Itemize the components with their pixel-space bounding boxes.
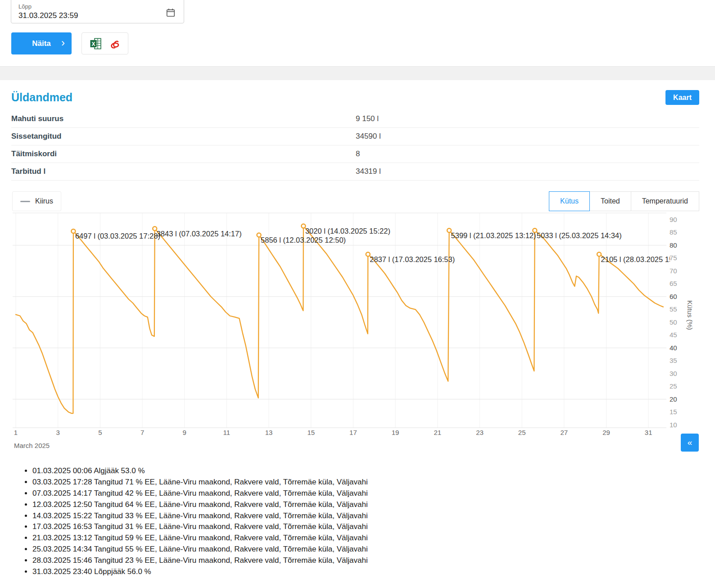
chart-tabs: KütusToitedTemperatuurid — [549, 191, 699, 211]
card-header: Üldandmed Kaart — [11, 90, 699, 105]
info-row: Täitmiskordi8 — [11, 145, 699, 163]
y-tick-label: 85 — [670, 228, 677, 236]
y-tick-label: 60 — [670, 293, 677, 300]
refill-annotation: 5033 l (25.03.2025 14:34) — [537, 231, 622, 240]
y-tick-label: 80 — [670, 241, 677, 249]
x-tick-label: 25 — [518, 429, 526, 436]
y-tick-label: 20 — [670, 395, 677, 403]
fuel-series: 6497 l (03.03.2025 17:28)3843 l (07.03.2… — [16, 224, 686, 414]
pdf-export-icon[interactable] — [109, 38, 121, 50]
y-tick-label: 10 — [670, 421, 677, 429]
fuel-chart-svg: 9085807570656055504540353025201510135791… — [11, 191, 699, 452]
legend-item-kiirus[interactable]: Kiirus — [12, 191, 61, 211]
info-value: 8 — [356, 149, 360, 158]
y-tick-label: 45 — [670, 331, 677, 339]
x-tick-label: 21 — [434, 429, 441, 436]
y-tick-label: 75 — [670, 254, 677, 262]
event-item: 01.03.2025 00:06 Algjääk 53.0 % — [32, 466, 699, 475]
kaart-button[interactable]: Kaart — [665, 90, 699, 105]
x-tick-label: 15 — [307, 429, 315, 436]
legend-line-icon — [20, 201, 30, 202]
refill-annotation: 2837 l (17.03.2025 16:53) — [370, 255, 455, 263]
y-tick-label: 30 — [670, 370, 677, 377]
refill-annotation: 5399 l (21.03.2025 13:12) — [451, 231, 536, 240]
info-label: Tarbitud l — [11, 167, 356, 176]
collapse-left-icon: « — [688, 438, 692, 448]
x-tick-label: 7 — [140, 429, 144, 436]
info-row: Tarbitud l34319 l — [11, 163, 699, 181]
x-tick-label: 23 — [476, 429, 484, 436]
event-list: 01.03.2025 00:06 Algjääk 53.0 %03.03.202… — [11, 466, 699, 576]
x-tick-label: 27 — [560, 429, 568, 436]
y-tick-label: 15 — [670, 408, 677, 416]
chevron-right-icon: › — [61, 36, 65, 49]
event-item: 07.03.2025 14:17 Tangitud 42 % EE, Lääne… — [32, 489, 699, 498]
end-date-label: Lõpp — [18, 3, 32, 10]
x-tick-label: 31 — [645, 429, 652, 436]
y-tick-label: 50 — [670, 318, 677, 326]
info-value: 34590 l — [356, 132, 381, 141]
x-tick-label: 5 — [98, 429, 102, 436]
end-date-field[interactable]: Lõpp 31.03.2025 23:59 — [11, 0, 184, 23]
legend-label: Kiirus — [35, 197, 53, 205]
event-item: 14.03.2025 15:22 Tangitud 33 % EE, Lääne… — [32, 511, 699, 520]
general-info-table: Mahuti suurus9 150 lSissetangitud34590 l… — [11, 110, 699, 181]
x-tick-label: 11 — [223, 429, 231, 436]
x-tick-label: 17 — [349, 429, 357, 436]
refill-annotation: 6497 l (03.03.2025 17:28) — [75, 232, 160, 240]
export-buttons: X — [81, 32, 128, 54]
x-tick-label: 19 — [392, 429, 399, 436]
svg-text:X: X — [91, 41, 95, 47]
event-item: 28.03.2025 15:46 Tangitud 23 % EE, Lääne… — [32, 556, 699, 565]
y-tick-label: 65 — [670, 280, 677, 287]
y-tick-label: 40 — [670, 344, 677, 352]
y-tick-label: 55 — [670, 305, 677, 313]
y-tick-label: 90 — [670, 216, 677, 223]
end-date-input[interactable]: 31.03.2025 23:59 — [18, 11, 78, 20]
refill-annotation: 3020 l (14.03.2025 15:22) — [305, 227, 390, 235]
x-tick-label: 1 — [14, 429, 18, 436]
filter-actions: Näita › X — [11, 32, 128, 54]
excel-export-icon[interactable]: X — [90, 37, 102, 50]
info-label: Sissetangitud — [11, 132, 356, 141]
info-row: Sissetangitud34590 l — [11, 128, 699, 145]
y-tick-label: 25 — [670, 382, 677, 390]
x-tick-label: 3 — [56, 429, 60, 436]
naita-button[interactable]: Näita › — [11, 32, 72, 54]
naita-label: Näita — [32, 39, 51, 48]
filter-bar: Lõpp 31.03.2025 23:59 Näita › X — [0, 0, 715, 66]
calendar-icon[interactable] — [166, 8, 176, 18]
x-axis-label: March 2025 — [14, 442, 50, 449]
page-title: Üldandmed — [11, 91, 72, 104]
tab-temperatuurid[interactable]: Temperatuurid — [631, 191, 699, 211]
event-item: 12.03.2025 12:50 Tangitud 64 % EE, Lääne… — [32, 500, 699, 509]
x-tick-label: 29 — [602, 429, 610, 436]
event-item: 03.03.2025 17:28 Tangitud 71 % EE, Lääne… — [32, 478, 699, 487]
overview-card: Üldandmed Kaart Mahuti suurus9 150 lSiss… — [0, 80, 715, 588]
y-axis-title: Kütus (%) — [686, 300, 694, 330]
info-label: Täitmiskordi — [11, 149, 356, 158]
fuel-chart-section: 9085807570656055504540353025201510135791… — [11, 191, 699, 455]
y-tick-label: 70 — [670, 267, 677, 275]
y-tick-label: 35 — [670, 357, 677, 364]
tab-kütus[interactable]: Kütus — [549, 191, 590, 211]
info-row: Mahuti suurus9 150 l — [11, 110, 699, 128]
event-item: 31.03.2025 23:40 Lõppjääk 56.0 % — [32, 567, 699, 576]
event-item: 17.03.2025 16:53 Tangitud 31 % EE, Lääne… — [32, 522, 699, 531]
section-divider — [0, 66, 715, 80]
info-value: 34319 l — [356, 167, 381, 176]
refill-annotation: 3843 l (07.03.2025 14:17) — [157, 230, 242, 238]
collapse-button[interactable]: « — [681, 434, 699, 452]
info-label: Mahuti suurus — [11, 114, 356, 123]
tab-toited[interactable]: Toited — [589, 191, 631, 211]
x-tick-label: 9 — [183, 429, 186, 436]
x-tick-label: 13 — [265, 429, 273, 436]
event-item: 21.03.2025 13:12 Tangitud 59 % EE, Lääne… — [32, 534, 699, 543]
info-value: 9 150 l — [356, 114, 379, 123]
event-item: 25.03.2025 14:34 Tangitud 55 % EE, Lääne… — [32, 545, 699, 554]
refill-annotation: 5856 l (12.03.2025 12:50) — [261, 236, 346, 244]
